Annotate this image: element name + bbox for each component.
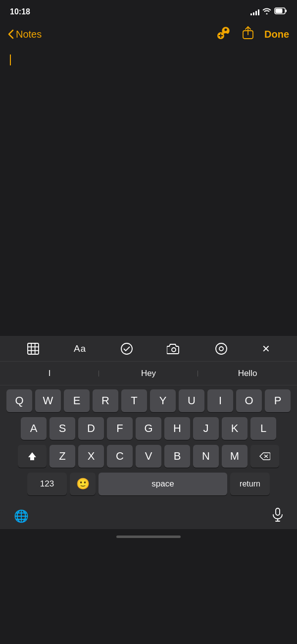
predictive-bar: I Hey Hello: [0, 362, 297, 385]
svg-point-5: [224, 28, 228, 31]
key-k[interactable]: K: [222, 417, 248, 440]
keyboard-toolbar: Aa ✕: [0, 336, 297, 362]
close-toolbar-icon[interactable]: ✕: [262, 343, 270, 355]
status-bar: 10:18: [0, 0, 297, 22]
back-label: Notes: [16, 29, 42, 40]
svg-rect-11: [28, 343, 39, 354]
shift-key[interactable]: [18, 445, 47, 468]
key-g[interactable]: G: [136, 417, 161, 440]
key-w[interactable]: W: [35, 389, 61, 412]
pred-suggestion-2[interactable]: Hey: [99, 369, 198, 378]
key-v[interactable]: V: [136, 445, 161, 468]
globe-icon[interactable]: 🌐: [14, 509, 29, 523]
pred-suggestion-3[interactable]: Hello: [198, 369, 297, 378]
bottom-bar: 🌐: [0, 503, 297, 529]
key-e[interactable]: E: [64, 389, 90, 412]
add-collaborator-icon[interactable]: [216, 26, 232, 43]
keyboard-row-2: A S D F G H J K L: [2, 417, 295, 440]
svg-point-18: [216, 343, 227, 354]
delete-key[interactable]: [250, 445, 279, 468]
back-button[interactable]: Notes: [8, 29, 42, 40]
svg-point-16: [121, 343, 132, 354]
markup-toolbar-icon[interactable]: [215, 342, 228, 355]
space-key[interactable]: space: [99, 473, 227, 495]
keyboard-row-4: 123 🙂 space return: [2, 473, 295, 495]
key-r[interactable]: R: [93, 389, 118, 412]
pred-suggestion-1[interactable]: I: [0, 369, 99, 378]
key-x[interactable]: X: [78, 445, 104, 468]
home-indicator: [0, 529, 297, 544]
camera-toolbar-icon[interactable]: [167, 343, 181, 355]
key-n[interactable]: N: [193, 445, 219, 468]
table-toolbar-icon[interactable]: [27, 342, 40, 355]
key-i[interactable]: I: [207, 389, 233, 412]
nav-actions: Done: [216, 26, 289, 43]
key-z[interactable]: Z: [50, 445, 75, 468]
text-cursor: [10, 54, 11, 65]
key-q[interactable]: Q: [6, 389, 32, 412]
key-t[interactable]: T: [121, 389, 147, 412]
svg-point-17: [172, 348, 176, 352]
wifi-icon: [262, 7, 271, 16]
key-s[interactable]: S: [50, 417, 75, 440]
key-l[interactable]: L: [250, 417, 276, 440]
checklist-toolbar-icon[interactable]: [120, 342, 133, 355]
numbers-key[interactable]: 123: [27, 473, 67, 495]
svg-rect-23: [276, 508, 280, 515]
home-bar: [116, 536, 181, 538]
key-u[interactable]: U: [179, 389, 204, 412]
key-d[interactable]: D: [78, 417, 104, 440]
key-p[interactable]: P: [265, 389, 291, 412]
key-c[interactable]: C: [107, 445, 133, 468]
status-time: 10:18: [10, 7, 30, 16]
svg-rect-1: [286, 10, 287, 12]
key-b[interactable]: B: [164, 445, 190, 468]
note-content-area[interactable]: [0, 49, 297, 336]
status-icons: [250, 7, 287, 16]
microphone-icon[interactable]: [272, 508, 283, 525]
key-j[interactable]: J: [193, 417, 219, 440]
keyboard: Q W E R T Y U I O P A S D F G H J K L Z …: [0, 385, 297, 503]
done-button[interactable]: Done: [264, 29, 289, 40]
svg-rect-2: [276, 9, 283, 13]
key-m[interactable]: M: [222, 445, 248, 468]
key-a[interactable]: A: [21, 417, 47, 440]
keyboard-row-3: Z X C V B N M: [2, 445, 295, 468]
key-h[interactable]: H: [164, 417, 190, 440]
key-o[interactable]: O: [236, 389, 262, 412]
format-toolbar-icon[interactable]: Aa: [74, 343, 86, 354]
key-f[interactable]: F: [107, 417, 133, 440]
return-key[interactable]: return: [230, 473, 270, 495]
key-y[interactable]: Y: [150, 389, 176, 412]
emoji-key[interactable]: 🙂: [70, 473, 96, 495]
share-icon[interactable]: [242, 26, 254, 43]
keyboard-row-1: Q W E R T Y U I O P: [2, 389, 295, 412]
svg-point-19: [219, 347, 223, 351]
battery-icon: [274, 7, 287, 16]
signal-icon: [250, 8, 259, 15]
nav-bar: Notes Done: [0, 22, 297, 49]
svg-marker-20: [28, 452, 36, 460]
